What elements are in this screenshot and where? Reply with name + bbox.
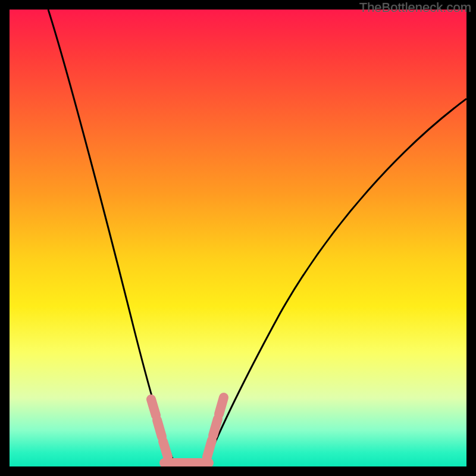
marker-group-left xyxy=(151,399,168,457)
svg-line-4 xyxy=(213,419,218,436)
svg-line-3 xyxy=(207,440,212,457)
svg-line-1 xyxy=(157,420,162,437)
curve-overlay xyxy=(10,10,466,466)
watermark-text: TheBottleneck.com xyxy=(359,0,471,15)
svg-line-5 xyxy=(219,397,224,414)
curve-right xyxy=(206,99,466,464)
svg-line-2 xyxy=(163,441,168,457)
curve-left xyxy=(48,10,175,464)
svg-line-0 xyxy=(151,399,156,415)
